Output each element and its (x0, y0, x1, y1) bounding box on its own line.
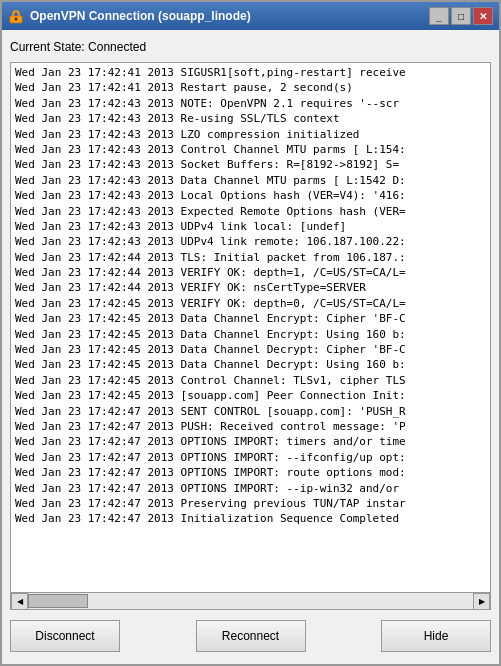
main-window: OpenVPN Connection (souapp_linode) _ □ ✕… (0, 0, 501, 666)
reconnect-button[interactable]: Reconnect (196, 620, 306, 652)
log-line: Wed Jan 23 17:42:47 2013 PUSH: Received … (15, 419, 486, 434)
hide-button[interactable]: Hide (381, 620, 491, 652)
maximize-button[interactable]: □ (451, 7, 471, 25)
scroll-left-button[interactable]: ◀ (11, 593, 28, 610)
log-line: Wed Jan 23 17:42:47 2013 OPTIONS IMPORT:… (15, 465, 486, 480)
log-line: Wed Jan 23 17:42:47 2013 OPTIONS IMPORT:… (15, 434, 486, 449)
log-line: Wed Jan 23 17:42:43 2013 LZO compression… (15, 127, 486, 142)
log-line: Wed Jan 23 17:42:43 2013 UDPv4 link remo… (15, 234, 486, 249)
main-content: Current State: Connected Wed Jan 23 17:4… (2, 30, 499, 664)
log-line: Wed Jan 23 17:42:43 2013 Control Channel… (15, 142, 486, 157)
scroll-thumb[interactable] (28, 594, 88, 608)
status-text: Current State: Connected (10, 40, 146, 54)
log-line: Wed Jan 23 17:42:45 2013 Data Channel De… (15, 357, 486, 372)
app-icon (8, 8, 24, 24)
log-line: Wed Jan 23 17:42:45 2013 [souapp.com] Pe… (15, 388, 486, 403)
log-line: Wed Jan 23 17:42:41 2013 Restart pause, … (15, 80, 486, 95)
log-line: Wed Jan 23 17:42:47 2013 OPTIONS IMPORT:… (15, 450, 486, 465)
log-line: Wed Jan 23 17:42:44 2013 VERIFY OK: nsCe… (15, 280, 486, 295)
log-line: Wed Jan 23 17:42:45 2013 Data Channel De… (15, 342, 486, 357)
status-bar: Current State: Connected (10, 38, 491, 56)
log-line: Wed Jan 23 17:42:45 2013 Data Channel En… (15, 311, 486, 326)
title-bar: OpenVPN Connection (souapp_linode) _ □ ✕ (2, 2, 499, 30)
close-button[interactable]: ✕ (473, 7, 493, 25)
log-container: Wed Jan 23 17:42:41 2013 SIGUSR1[soft,pi… (10, 62, 491, 610)
log-line: Wed Jan 23 17:42:43 2013 Data Channel MT… (15, 173, 486, 188)
log-line: Wed Jan 23 17:42:47 2013 OPTIONS IMPORT:… (15, 481, 486, 496)
log-line: Wed Jan 23 17:42:43 2013 Re-using SSL/TL… (15, 111, 486, 126)
log-line: Wed Jan 23 17:42:45 2013 Control Channel… (15, 373, 486, 388)
log-line: Wed Jan 23 17:42:43 2013 Socket Buffers:… (15, 157, 486, 172)
log-line: Wed Jan 23 17:42:47 2013 Initialization … (15, 511, 486, 526)
log-line: Wed Jan 23 17:42:45 2013 Data Channel En… (15, 327, 486, 342)
log-line: Wed Jan 23 17:42:41 2013 SIGUSR1[soft,pi… (15, 65, 486, 80)
log-line: Wed Jan 23 17:42:43 2013 NOTE: OpenVPN 2… (15, 96, 486, 111)
scroll-right-button[interactable]: ▶ (473, 593, 490, 610)
log-line: Wed Jan 23 17:42:47 2013 SENT CONTROL [s… (15, 404, 486, 419)
log-line: Wed Jan 23 17:42:43 2013 UDPv4 link loca… (15, 219, 486, 234)
log-area[interactable]: Wed Jan 23 17:42:41 2013 SIGUSR1[soft,pi… (11, 63, 490, 592)
scroll-track[interactable] (28, 593, 473, 610)
log-line: Wed Jan 23 17:42:44 2013 VERIFY OK: dept… (15, 265, 486, 280)
log-line: Wed Jan 23 17:42:44 2013 TLS: Initial pa… (15, 250, 486, 265)
disconnect-button[interactable]: Disconnect (10, 620, 120, 652)
window-controls: _ □ ✕ (429, 7, 493, 25)
log-line: Wed Jan 23 17:42:47 2013 Preserving prev… (15, 496, 486, 511)
log-line: Wed Jan 23 17:42:43 2013 Expected Remote… (15, 204, 486, 219)
horizontal-scrollbar[interactable]: ◀ ▶ (11, 592, 490, 609)
button-bar: Disconnect Reconnect Hide (10, 616, 491, 656)
window-title: OpenVPN Connection (souapp_linode) (30, 9, 429, 23)
log-line: Wed Jan 23 17:42:43 2013 Local Options h… (15, 188, 486, 203)
log-line: Wed Jan 23 17:42:45 2013 VERIFY OK: dept… (15, 296, 486, 311)
minimize-button[interactable]: _ (429, 7, 449, 25)
svg-point-1 (15, 18, 18, 21)
